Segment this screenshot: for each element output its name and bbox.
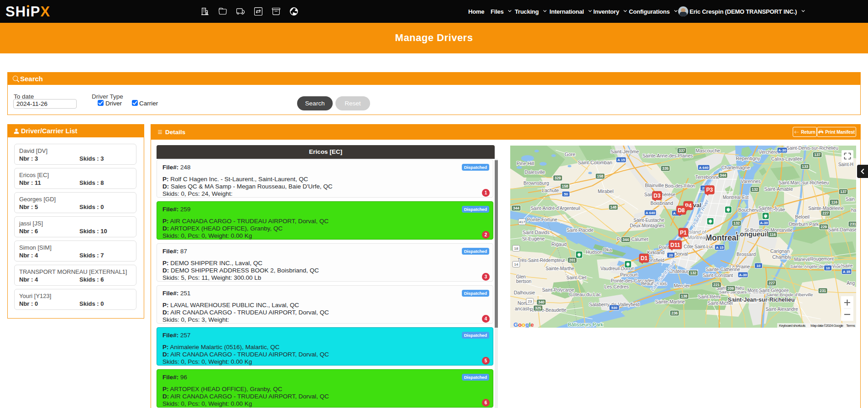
svg-text:Otterburn Park: Otterburn Park [789,222,819,227]
svg-text:Saint-Eustache: Saint-Eustache [633,218,664,223]
svg-text:Saint-Clet: Saint-Clet [566,275,586,280]
svg-text:344: 344 [622,237,629,242]
svg-text:Varennes: Varennes [741,178,761,184]
svg-text:10: 10 [826,266,830,270]
svg-text:231: 231 [850,222,856,226]
svg-text:132: 132 [690,271,696,275]
svg-text:Google: Google [513,321,534,328]
svg-text:20: 20 [669,253,673,257]
svg-text:Dorval: Dorval [674,251,688,256]
svg-text:227: 227 [769,281,775,285]
svg-text:Keyboard shortcuts: Keyboard shortcuts [779,324,805,328]
svg-text:Mercier: Mercier [674,283,690,288]
svg-text:A-30: A-30 [778,148,786,152]
svg-text:325: 325 [535,306,541,310]
svg-text:D3: D3 [654,193,661,199]
svg-text:ha: ha [851,208,856,213]
svg-text:Les Cèdres: Les Cèdres [604,284,629,289]
svg-text:132: 132 [752,187,758,192]
svg-text:Dalesville: Dalesville [525,169,545,175]
svg-text:Saint-Constant: Saint-Constant [703,273,733,278]
svg-text:Rougemont: Rougemont [810,256,834,262]
svg-text:P1: P1 [680,230,687,236]
svg-text:Calixa-Lavallée: Calixa-Lavallée [771,157,803,162]
svg-text:133: 133 [802,164,808,169]
svg-text:Saint-Colomban: Saint-Colomban [578,160,612,165]
svg-text:Bâtisseurs Park: Bâtisseurs Park [568,322,603,327]
svg-text:132: 132 [733,221,740,225]
svg-text:Saint-Marc-sur-Richelieu: Saint-Marc-sur-Richelieu [779,180,829,185]
svg-text:221: 221 [713,282,720,287]
svg-text:A-30: A-30 [739,273,747,277]
svg-text:Charlemagne: Charlemagne [721,165,750,170]
svg-text:D1: D1 [641,255,648,262]
svg-text:229: 229 [821,225,827,229]
svg-text:Boisbriand: Boisbriand [650,200,673,206]
svg-text:A-30: A-30 [760,221,768,225]
svg-text:Terms: Terms [846,324,855,328]
svg-text:Sainte-Madeleine: Sainte-Madeleine [808,206,844,211]
svg-text:Sainte-Martine: Sainte-Martine [655,299,685,304]
svg-text:50: 50 [564,192,568,196]
svg-text:A 15: A 15 [716,246,724,250]
svg-text:Sainte-Angèle-de-Monnoir: Sainte-Angèle-de-Monnoir [790,264,841,269]
svg-text:A 640: A 640 [699,166,709,170]
svg-text:Blainville: Blainville [645,183,664,188]
svg-text:Saint-Amable: Saint-Amable [764,186,793,192]
svg-text:Longueuil: Longueuil [736,230,769,238]
svg-text:Kirkland: Kirkland [647,250,664,255]
svg-text:Montreal: Montreal [706,233,739,242]
svg-text:231: 231 [820,288,826,293]
svg-text:23: 23 [528,299,532,303]
svg-text:Brossard: Brossard [737,251,756,257]
svg-text:St-Eugène: St-Eugène [522,236,545,241]
svg-text:Saint-André-d'Argenteuil: Saint-André-d'Argenteuil [531,206,580,211]
svg-text:Sainte-Ju: Sainte-Ju [758,205,779,211]
svg-text:Lachute: Lachute [542,188,559,193]
svg-text:227: 227 [822,211,829,215]
svg-text:Oka: Oka [603,247,612,252]
svg-text:Montreal: Montreal [688,235,707,240]
svg-text:Rigaud: Rigaud [551,241,566,247]
svg-text:158: 158 [562,184,568,188]
svg-text:137: 137 [814,152,821,157]
svg-text:14: 14 [514,262,518,267]
svg-text:Saint-Damase: Saint-Damase [828,227,856,232]
svg-text:Beloeil: Beloeil [795,214,810,220]
svg-text:Très-Saint-Rédempteur: Très-Saint-Rédempteur [518,258,565,263]
svg-text:236: 236 [671,311,678,315]
svg-text:Saint-H: Saint-H [838,162,853,167]
svg-text:Saint Davids: Saint Davids [523,230,549,235]
svg-text:Bois-des-Filion: Bois-des-Filion [665,183,695,188]
svg-text:Sainte-Marthe: Sainte-Marthe [546,266,575,271]
svg-text:Sainte-Anne-des-Plaines: Sainte-Anne-des-Plaines [643,153,693,158]
svg-text:Mirabel: Mirabel [598,188,613,194]
svg-text:344: 344 [720,173,726,178]
svg-text:138: 138 [681,294,687,298]
svg-text:Pincourt: Pincourt [620,272,638,277]
svg-text:Repentigny: Repentigny [736,156,760,161]
svg-text:A 640: A 640 [645,211,655,215]
svg-text:Hudson: Hudson [586,249,602,255]
svg-text:Saint-Jean-sur-Richelieu: Saint-Jean-sur-Richelieu [728,297,795,303]
svg-text:Pine Hill: Pine Hill [517,161,534,166]
svg-text:Montréal-Est: Montréal-Est [723,195,749,200]
svg-text:148: 148 [610,205,617,209]
svg-text:Côte Saint-Luc: Côte Saint-Luc [684,244,714,249]
svg-text:Brownsburg: Brownsburg [523,180,549,186]
svg-text:Coteau-du-Lac: Coteau-du-Lac [569,292,601,297]
svg-text:329: 329 [554,176,561,180]
svg-text:Terrebonne: Terrebonne [695,174,719,180]
svg-text:D8: D8 [678,207,685,214]
svg-text:340: 340 [538,300,544,304]
svg-text:Saint-Michel: Saint-Michel [707,301,732,306]
svg-text:P3: P3 [706,187,713,193]
svg-text:Gore: Gore [565,152,575,157]
svg-text:10: 10 [757,264,761,268]
svg-text:A 15: A 15 [617,158,625,162]
svg-text:Pointe-Fortune: Pointe-Fortune [527,217,558,222]
svg-text:Ang: Ang [847,281,855,286]
svg-text:116: 116 [769,232,776,237]
svg-text:Island of: Island of [688,229,706,235]
svg-text:Saint-Denis-sur-Richelieu: Saint-Denis-sur-Richelieu [786,146,838,151]
